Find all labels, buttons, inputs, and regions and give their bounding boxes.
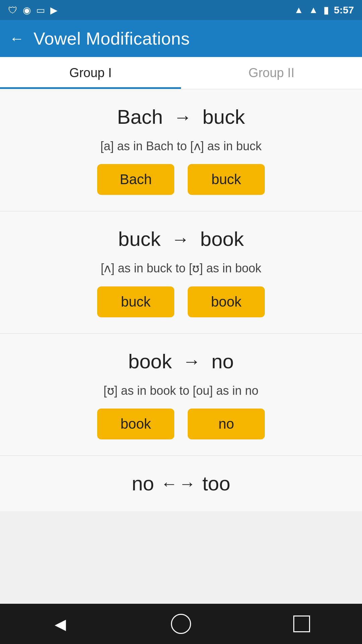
phonetic-1: [a] as in Bach to [ʌ] as in buck <box>100 138 261 155</box>
nav-recents-button[interactable] <box>288 610 315 637</box>
tab-bar: Group I Group II <box>0 57 362 89</box>
word-from-3: book <box>128 350 172 373</box>
arrow-right: → <box>179 474 196 493</box>
btn-buck-1[interactable]: buck <box>188 164 265 195</box>
wifi-icon: ▲ <box>294 5 304 15</box>
nav-back-button[interactable]: ◀ <box>47 610 74 637</box>
back-button[interactable]: ← <box>9 30 24 47</box>
nav-home-icon <box>171 614 191 634</box>
content-area: Bach → buck [a] as in Bach to [ʌ] as in … <box>0 89 362 604</box>
circle-icon: ◉ <box>23 5 31 16</box>
status-icons-right: ▲ ▲ ▮ 5:57 <box>294 4 354 16</box>
button-row-1: Bach buck <box>97 164 265 195</box>
battery-icon: ▮ <box>323 5 328 16</box>
btn-buck-2[interactable]: buck <box>97 286 174 317</box>
word-to-2: book <box>200 227 244 251</box>
word-pair-1: Bach → buck <box>117 105 245 128</box>
card-bach-buck: Bach → buck [a] as in Bach to [ʌ] as in … <box>0 89 362 211</box>
arrow-3: → <box>183 351 201 372</box>
button-row-3: book no <box>97 409 265 439</box>
card-buck-book: buck → book [ʌ] as in buck to [ʊ] as in … <box>0 211 362 333</box>
tab-group2[interactable]: Group II <box>181 57 362 89</box>
app-bar: ← Vowel Modifications <box>0 20 362 57</box>
phonetic-3: [ʊ] as in book to [ou] as in no <box>104 382 258 399</box>
word-to-1: buck <box>202 105 245 128</box>
btn-book-2[interactable]: book <box>97 409 174 439</box>
double-arrow: ← → <box>161 474 196 493</box>
time-display: 5:57 <box>334 4 354 16</box>
arrow-left: ← <box>161 474 178 493</box>
nav-bar: ◀ <box>0 604 362 644</box>
nav-back-icon: ◀ <box>55 615 66 633</box>
sd-card-icon: ▭ <box>36 5 45 16</box>
nav-home-button[interactable] <box>168 610 194 637</box>
signal-icon: ▲ <box>309 5 318 15</box>
shield-icon: 🛡 <box>8 5 17 16</box>
card-no-too: no ← → too <box>0 456 362 511</box>
btn-bach[interactable]: Bach <box>97 164 174 195</box>
btn-book-1[interactable]: book <box>188 286 265 317</box>
status-icons-left: 🛡 ◉ ▭ ▶ <box>8 5 58 16</box>
button-row-2: buck book <box>97 286 265 317</box>
word-pair-2: buck → book <box>118 227 244 251</box>
app-title: Vowel Modifications <box>34 29 190 49</box>
tab-group1[interactable]: Group I <box>0 57 181 89</box>
status-bar: 🛡 ◉ ▭ ▶ ▲ ▲ ▮ 5:57 <box>0 0 362 20</box>
word-pair-4: no ← → too <box>132 472 230 495</box>
word-from-4: no <box>132 472 154 495</box>
word-from-1: Bach <box>117 105 163 128</box>
phonetic-2: [ʌ] as in buck to [ʊ] as in book <box>101 260 261 277</box>
btn-no-1[interactable]: no <box>188 409 265 439</box>
word-to-3: no <box>212 350 234 373</box>
play-store-icon: ▶ <box>50 5 58 16</box>
word-to-4: too <box>202 472 230 495</box>
nav-recents-icon <box>293 615 310 632</box>
word-pair-3: book → no <box>128 350 234 373</box>
arrow-2: → <box>171 229 189 250</box>
word-from-2: buck <box>118 227 161 251</box>
arrow-1: → <box>174 107 192 127</box>
card-book-no: book → no [ʊ] as in book to [ou] as in n… <box>0 334 362 456</box>
